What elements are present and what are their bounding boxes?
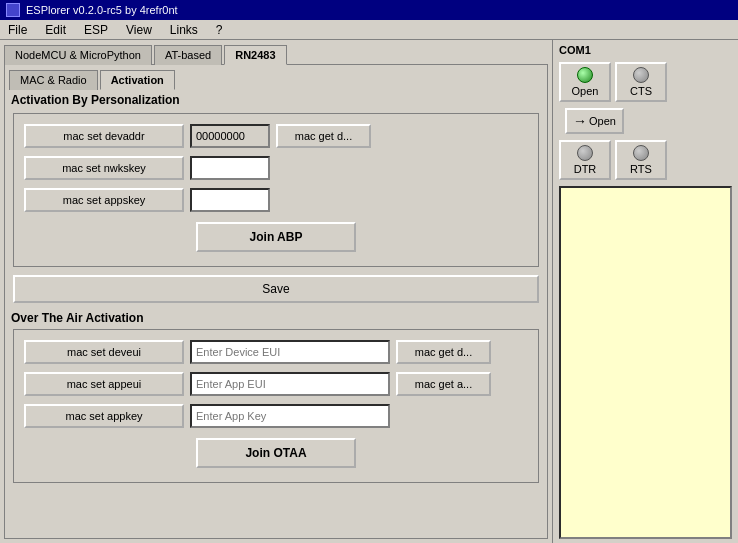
- app-icon: [6, 3, 20, 17]
- main-layout: NodeMCU & MicroPython AT-based RN2483 MA…: [0, 40, 738, 543]
- abp-box: mac set devaddr 00000000 mac get d... ma…: [13, 113, 539, 267]
- nwkskey-cmd-button[interactable]: mac set nwkskey: [24, 156, 184, 180]
- panel-content: MAC & Radio Activation Activation By Per…: [4, 64, 548, 539]
- appkey-row: mac set appkey: [24, 404, 528, 428]
- terminal-area: [559, 186, 732, 539]
- open-label: Open: [572, 85, 599, 97]
- appskey-input[interactable]: [190, 188, 270, 212]
- devaddr-cmd-button[interactable]: mac set devaddr: [24, 124, 184, 148]
- deveui-row: mac set deveui mac get d...: [24, 340, 528, 364]
- save-button[interactable]: Save: [13, 275, 539, 303]
- cts-button[interactable]: CTS: [615, 62, 667, 102]
- otaa-section-header: Over The Air Activation: [5, 307, 547, 327]
- menu-edit[interactable]: Edit: [41, 22, 70, 38]
- menu-links[interactable]: Links: [166, 22, 202, 38]
- save-row: Save: [13, 275, 539, 303]
- rts-button[interactable]: RTS: [615, 140, 667, 180]
- menu-file[interactable]: File: [4, 22, 31, 38]
- right-panel: COM1 Open CTS → Open DTR: [553, 40, 738, 543]
- tab-activation[interactable]: Activation: [100, 70, 175, 90]
- tab-row-2: MAC & Radio Activation: [5, 65, 547, 89]
- open-arrow-button[interactable]: → Open: [565, 108, 624, 134]
- tab-at-based[interactable]: AT-based: [154, 45, 222, 65]
- cts-led: [633, 67, 649, 83]
- menu-view[interactable]: View: [122, 22, 156, 38]
- appeui-row: mac set appeui mac get a...: [24, 372, 528, 396]
- dtr-led: [577, 145, 593, 161]
- otaa-box: mac set deveui mac get d... mac set appe…: [13, 329, 539, 483]
- appeui-get-button[interactable]: mac get a...: [396, 372, 491, 396]
- arrow-icon: →: [573, 113, 587, 129]
- devaddr-get-button[interactable]: mac get d...: [276, 124, 371, 148]
- open-button[interactable]: Open: [559, 62, 611, 102]
- left-panel: NodeMCU & MicroPython AT-based RN2483 MA…: [0, 40, 553, 543]
- title-text: ESPlorer v0.2.0-rc5 by 4refr0nt: [26, 4, 178, 16]
- appskey-cmd-button[interactable]: mac set appskey: [24, 188, 184, 212]
- nwkskey-input[interactable]: [190, 156, 270, 180]
- dtr-label: DTR: [574, 163, 597, 175]
- rts-label: RTS: [630, 163, 652, 175]
- menu-help[interactable]: ?: [212, 22, 227, 38]
- deveui-input[interactable]: [190, 340, 390, 364]
- appkey-input[interactable]: [190, 404, 390, 428]
- join-otaa-button[interactable]: Join OTAA: [196, 438, 356, 468]
- menu-bar: File Edit ESP View Links ?: [0, 20, 738, 40]
- appskey-row: mac set appskey: [24, 188, 528, 212]
- title-bar: ESPlorer v0.2.0-rc5 by 4refr0nt: [0, 0, 738, 20]
- dtr-button[interactable]: DTR: [559, 140, 611, 180]
- open-arrow-label: Open: [589, 115, 616, 127]
- devaddr-value: 00000000: [190, 124, 270, 148]
- tab-nodemcu[interactable]: NodeMCU & MicroPython: [4, 45, 152, 65]
- com-label: COM1: [553, 40, 738, 60]
- tab-rn2483[interactable]: RN2483: [224, 45, 286, 65]
- deveui-get-button[interactable]: mac get d...: [396, 340, 491, 364]
- nwkskey-row: mac set nwkskey: [24, 156, 528, 180]
- com-buttons: Open CTS: [553, 60, 738, 104]
- devaddr-row: mac set devaddr 00000000 mac get d...: [24, 124, 528, 148]
- rts-led: [633, 145, 649, 161]
- cts-label: CTS: [630, 85, 652, 97]
- abp-section-header: Activation By Personalization: [5, 89, 547, 109]
- deveui-cmd-button[interactable]: mac set deveui: [24, 340, 184, 364]
- appeui-input[interactable]: [190, 372, 390, 396]
- tab-row-1: NodeMCU & MicroPython AT-based RN2483: [0, 40, 552, 64]
- menu-esp[interactable]: ESP: [80, 22, 112, 38]
- appeui-cmd-button[interactable]: mac set appeui: [24, 372, 184, 396]
- tab-mac-radio[interactable]: MAC & Radio: [9, 70, 98, 90]
- appkey-cmd-button[interactable]: mac set appkey: [24, 404, 184, 428]
- join-abp-button[interactable]: Join ABP: [196, 222, 356, 252]
- open-led: [577, 67, 593, 83]
